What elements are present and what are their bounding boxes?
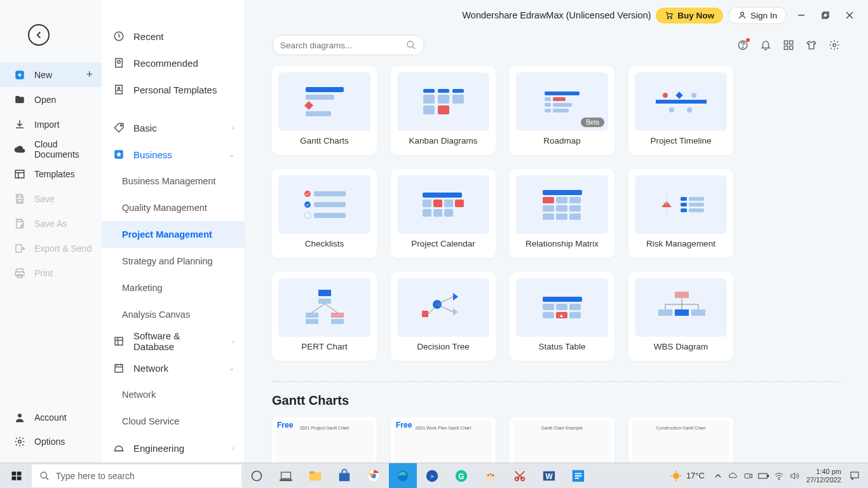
sidebar-item-label: Cloud Documents [34, 139, 93, 159]
subcat-project-management[interactable]: Project Management [102, 221, 245, 248]
subcat-network[interactable]: Network [102, 381, 245, 408]
template-card-kanban-diagrams[interactable]: Kanban Diagrams [391, 66, 496, 155]
minimize-button[interactable] [792, 6, 811, 25]
cat-software-database[interactable]: Software & Database › [102, 328, 245, 355]
cortana-icon[interactable] [243, 463, 271, 489]
card-label: Decision Tree [417, 342, 470, 351]
svg-text:G: G [458, 471, 464, 480]
app-icon-1[interactable]: > [418, 463, 446, 489]
gear-icon [14, 436, 25, 447]
cat-network[interactable]: Network ⌄ [102, 355, 245, 381]
wifi-icon[interactable] [772, 463, 786, 489]
sidebar-item-templates[interactable]: Templates [0, 161, 102, 186]
explorer-icon[interactable] [301, 463, 329, 489]
bell-icon[interactable] [759, 38, 773, 52]
template-preview[interactable]: Construction Gantt Chart [628, 417, 733, 463]
svg-line-65 [428, 308, 435, 314]
taskbar-search[interactable]: Type here to search [32, 464, 241, 487]
beta-badge: Beta [581, 118, 604, 127]
sidebar-item-new[interactable]: New + [0, 62, 102, 87]
subbar [245, 30, 868, 60]
edge-icon[interactable] [389, 463, 417, 489]
battery-icon[interactable] [757, 463, 771, 489]
template-card-risk-management[interactable]: ! Risk Management [628, 169, 733, 258]
svg-point-27 [668, 18, 669, 19]
plus-icon[interactable]: + [86, 68, 93, 81]
store-icon[interactable] [330, 463, 358, 489]
back-button[interactable] [28, 24, 50, 46]
sidebar-item-open[interactable]: Open [0, 87, 102, 112]
card-thumb [278, 72, 370, 131]
template-card-pert-chart[interactable]: PERT Chart [272, 272, 377, 361]
edraw-icon[interactable] [564, 463, 592, 489]
svg-rect-7 [16, 245, 22, 252]
gear-icon[interactable] [827, 38, 841, 52]
subcat-business-management[interactable]: Business Management [102, 168, 245, 194]
cat-recent[interactable]: Recent [102, 23, 245, 50]
volume-icon[interactable] [787, 463, 801, 489]
template-preview[interactable]: Free 2021 Project Gantt Chart [272, 417, 377, 463]
sign-in-button[interactable]: Sign In [728, 7, 787, 24]
sidebar-item-import[interactable]: Import [0, 112, 102, 137]
content-area[interactable]: Gantt Charts Kanban DiagramsBeta Roadmap… [245, 60, 868, 463]
subcat-quality-management[interactable]: Quality Management [102, 194, 245, 221]
db-icon [113, 336, 125, 347]
help-icon[interactable] [736, 38, 750, 52]
search-input[interactable] [280, 41, 401, 50]
taskbar-clock[interactable]: 1:40 pm 27/12/2022 [803, 468, 845, 484]
sidebar-item-label: Save As [34, 219, 67, 229]
apps-icon[interactable] [782, 38, 796, 52]
snip-icon[interactable] [506, 463, 534, 489]
sidebar-item-label: Account [34, 412, 67, 423]
notifications-icon[interactable] [846, 463, 863, 489]
buy-now-button[interactable]: Buy Now [656, 8, 723, 24]
folder-icon [14, 94, 25, 105]
template-card-project-timeline[interactable]: Project Timeline [628, 66, 733, 155]
template-preview[interactable]: Gantt Chart Example [510, 417, 614, 463]
cat-recommended[interactable]: Recommended [102, 50, 245, 76]
template-card-project-calendar[interactable]: Project Calendar [391, 169, 496, 258]
subcat-strategy-and-planning[interactable]: Strategy and Planning [102, 248, 245, 274]
close-button[interactable] [840, 6, 859, 25]
svg-line-80 [46, 477, 48, 480]
template-preview[interactable]: Free 2021 Work Plan Gantt Chart [391, 417, 496, 463]
svg-text:>: > [430, 473, 433, 479]
cat-engineering[interactable]: Engineering › [102, 435, 245, 461]
svg-rect-83 [280, 479, 292, 480]
start-button[interactable] [3, 463, 31, 489]
tag-icon [113, 122, 125, 133]
template-card-wbs-diagram[interactable]: WBS Diagram [628, 272, 733, 361]
card-label: PERT Chart [301, 342, 347, 351]
chrome-icon[interactable] [360, 463, 388, 489]
svg-point-47 [691, 93, 696, 98]
subcat-analysis-canvas[interactable]: Analysis Canvas [102, 301, 245, 328]
sidebar-item-cloud-documents[interactable]: Cloud Documents [0, 137, 102, 161]
subcat-marketing[interactable]: Marketing [102, 274, 245, 301]
weather-widget[interactable]: 17°C [665, 470, 710, 482]
tray-chevron-icon[interactable] [711, 463, 725, 489]
sidebar-item-account[interactable]: Account [0, 405, 102, 430]
meetnow-icon[interactable] [742, 463, 756, 489]
tshirt-icon[interactable] [804, 38, 818, 52]
taskview-icon[interactable] [272, 463, 300, 489]
template-card-gantt-charts[interactable]: Gantt Charts [272, 66, 377, 155]
word-icon[interactable]: W [535, 463, 563, 489]
paint-icon[interactable] [477, 463, 505, 489]
maximize-button[interactable] [816, 6, 835, 25]
template-card-roadmap[interactable]: Beta Roadmap [510, 66, 614, 155]
template-card-checklists[interactable]: Checklists [272, 169, 377, 258]
sidebar-item-options[interactable]: Options [0, 430, 102, 454]
cat-basic[interactable]: Basic › [102, 114, 245, 141]
template-card-decision-tree[interactable]: Decision Tree [391, 272, 496, 361]
cat-personal-templates[interactable]: Personal Templates [102, 76, 245, 103]
grammarly-icon[interactable]: G [447, 463, 475, 489]
sidebar-item-label: Export & Send [34, 243, 92, 254]
template-card-relationship-matrix[interactable]: Relationship Matrix [510, 169, 614, 258]
onedrive-icon[interactable] [726, 463, 740, 489]
cat-business[interactable]: Business ⌄ [102, 141, 245, 168]
template-card-status-table[interactable]: ▲ Status Table [510, 272, 614, 361]
search-box[interactable] [272, 35, 424, 55]
subcat-cloud-service[interactable]: Cloud Service [102, 408, 245, 435]
sidebar-item-label: Save [34, 194, 55, 204]
svg-rect-39 [784, 41, 787, 44]
